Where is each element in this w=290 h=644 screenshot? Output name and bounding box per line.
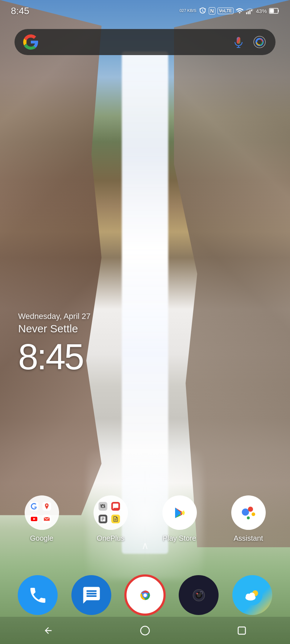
google-logo xyxy=(23,34,38,50)
volte-icon: VoLTE xyxy=(218,8,233,14)
nfc-icon: N xyxy=(209,7,215,14)
recents-button[interactable] xyxy=(231,620,253,641)
oneplus-folder-label: OnePlus xyxy=(97,534,125,543)
nav-bar xyxy=(0,617,290,644)
swipe-up-indicator: ∧ xyxy=(141,540,149,552)
weather-icon xyxy=(243,585,262,605)
oneplus-folder-icon xyxy=(94,495,128,530)
phone-dock-icon[interactable] xyxy=(18,575,58,615)
lens-icon xyxy=(253,36,266,49)
back-button[interactable] xyxy=(37,620,59,641)
search-bar[interactable] xyxy=(14,29,276,55)
home-icon xyxy=(140,626,150,636)
chrome-dock-icon[interactable] xyxy=(125,575,165,615)
widget-clock: 8:45 xyxy=(18,338,91,375)
recents-icon xyxy=(237,626,246,635)
assistant-label: Assistant xyxy=(233,534,263,543)
date-time-widget: Wednesday, April 27 Never Settle 8:45 xyxy=(18,312,91,375)
battery-icon xyxy=(269,8,279,14)
voice-search-button[interactable] xyxy=(231,35,246,49)
dock xyxy=(0,575,290,615)
messages-mini-icon xyxy=(111,502,120,511)
svg-point-31 xyxy=(249,593,255,598)
status-icons: 027 KB/S N VoLTE 43% xyxy=(179,7,279,15)
microphone-icon xyxy=(233,36,244,48)
svg-rect-2 xyxy=(249,10,250,14)
cliff-left xyxy=(0,0,102,515)
files-mini-icon xyxy=(99,515,107,523)
network-speed: 027 KB/S xyxy=(179,8,196,13)
search-bar-right-icons xyxy=(231,35,267,49)
battery-percent: 43% xyxy=(256,8,267,14)
google-folder-label: Google xyxy=(30,534,54,543)
messages-icon xyxy=(82,585,102,605)
svg-rect-4 xyxy=(270,9,274,13)
play-store-icon xyxy=(162,495,197,530)
play-store-logo xyxy=(169,503,190,523)
widget-date: Wednesday, April 27 xyxy=(18,312,91,321)
svg-point-14 xyxy=(252,512,255,516)
svg-point-12 xyxy=(242,508,249,516)
play-store-label: Play Store xyxy=(163,534,196,543)
camera-dock-icon[interactable] xyxy=(179,575,219,615)
svg-rect-1 xyxy=(248,11,249,14)
app-row: Google xyxy=(0,495,290,543)
google-folder-app[interactable]: Google xyxy=(18,495,65,543)
svg-rect-5 xyxy=(278,10,279,12)
messages-dock-icon[interactable] xyxy=(71,575,111,615)
svg-point-15 xyxy=(247,516,250,519)
camera-icon xyxy=(189,585,209,605)
alarm-icon xyxy=(199,7,207,15)
play-store-app[interactable]: Play Store xyxy=(156,495,203,543)
status-time: 8:45 xyxy=(11,5,29,17)
notes-mini-icon xyxy=(111,515,120,523)
gmail-mini-icon xyxy=(42,515,51,523)
status-bar: 8:45 027 KB/S N VoLTE 43% xyxy=(0,0,290,22)
assistant-logo xyxy=(237,502,259,524)
phone-icon xyxy=(28,585,48,605)
weather-dock-icon[interactable] xyxy=(232,575,272,615)
widget-tagline: Never Settle xyxy=(18,323,91,335)
assistant-app[interactable]: Assistant xyxy=(225,495,272,543)
wifi-icon xyxy=(236,7,244,15)
back-icon xyxy=(43,626,53,636)
svg-point-25 xyxy=(196,593,198,594)
svg-rect-33 xyxy=(238,627,245,634)
assistant-icon xyxy=(231,495,266,530)
lens-search-button[interactable] xyxy=(252,35,267,49)
svg-rect-0 xyxy=(246,12,247,14)
youtube-mini-icon xyxy=(30,515,38,523)
chrome-selection-border xyxy=(124,574,166,616)
home-button[interactable] xyxy=(134,620,156,641)
google-folder-icon xyxy=(25,495,59,530)
svg-point-13 xyxy=(248,507,253,512)
settings-mini-icon xyxy=(99,502,107,511)
svg-point-32 xyxy=(141,626,149,635)
maps-mini-icon xyxy=(42,502,51,511)
signal-icon xyxy=(246,7,254,15)
oneplus-folder-app[interactable]: OnePlus xyxy=(87,495,134,543)
google-mini-icon xyxy=(30,502,38,511)
